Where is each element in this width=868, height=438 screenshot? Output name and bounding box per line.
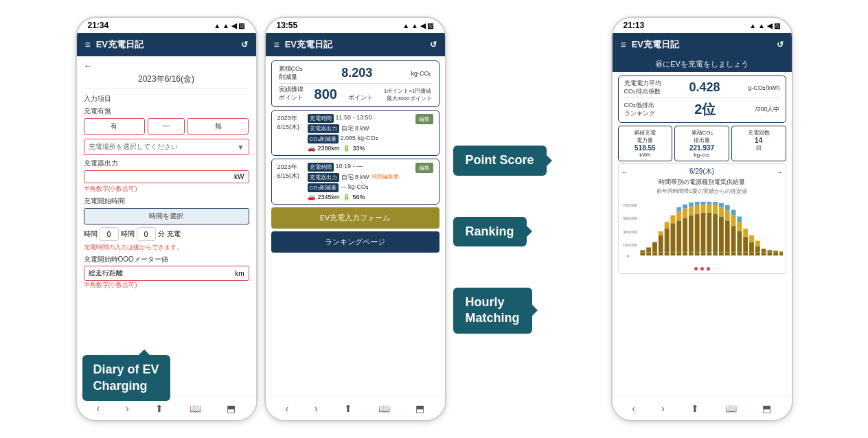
entry-date-2: 2023年 6/15(木) [277, 163, 304, 200]
nav-book-1[interactable]: 📖 [190, 403, 201, 414]
location-select[interactable]: 充電場所を選択してください ▼ [84, 139, 249, 155]
menu-icon-3[interactable]: ≡ [621, 39, 626, 50]
svg-rect-43 [743, 229, 748, 237]
odometer-row: 総走行距離 km [84, 266, 249, 281]
co2-val-2: — kg-CO₂ [341, 183, 369, 192]
start-time-label: 充電開始時間 [84, 196, 249, 206]
rank-value: 2位 [694, 100, 716, 119]
menu-icon-2[interactable]: ≡ [274, 39, 279, 50]
nav-share-1[interactable]: ⬆ [155, 403, 163, 414]
svg-text:100,000: 100,000 [622, 244, 637, 248]
status-bar-2: 13:55 ▲ ▲ ◀ ▨ [266, 18, 445, 33]
app-header-2: ≡ EV充電日記 ↺ [266, 33, 445, 56]
dropdown-arrow: ▼ [238, 143, 244, 151]
nav-copy-3[interactable]: ⬒ [762, 403, 771, 414]
yes-btn[interactable]: 有 [84, 118, 146, 135]
phone2-content: 累積CO₂削減量 8.203 kg-CO₂ 実績獲得ポイント 800 ポイント … [266, 56, 445, 395]
app-header-1: ≡ EV充電日記 ↺ [77, 33, 256, 56]
edit-btn-1[interactable]: 編集 [415, 114, 433, 124]
meter-hint: 半角数字(小数点可) [84, 281, 249, 290]
menu-icon-1[interactable]: ≡ [85, 39, 91, 50]
nav-forward-1[interactable]: › [126, 403, 129, 414]
svg-rect-37 [707, 205, 711, 213]
svg-text:300,000: 300,000 [622, 230, 637, 234]
time-select-btn[interactable]: 時間を選択 [84, 208, 249, 224]
app-header-3: ≡ EV充電日記 ↺ [613, 33, 792, 56]
chart-nav: ← 6/29(木) → [621, 167, 783, 176]
p3-metrics: 累積充電電力量 518.55 kWh 累積CO₂排出量 221.937 kg-c… [618, 126, 786, 161]
chart-dots [621, 267, 783, 270]
svg-rect-55 [731, 210, 735, 216]
co2-unit: kg-CO₂ [411, 70, 431, 77]
mid-btn[interactable]: — [148, 118, 185, 135]
p3-stats-top: 充電電力平均CO₂排出係数 0.428 g-CO₂/kWh CO₂低排出ランキン… [618, 76, 786, 123]
co2-val-1: 2.085 kg-CO₂ [341, 135, 378, 143]
ranking-btn[interactable]: ランキングページ [271, 231, 439, 253]
min-box[interactable]: 0 [137, 227, 156, 241]
nav-back-3[interactable]: ‹ [632, 403, 635, 414]
co2-tag-1: CO₂削減量 [308, 135, 339, 143]
nav-share-2[interactable]: ⬆ [344, 403, 352, 414]
svg-rect-49 [694, 202, 699, 205]
chart-nav-forward[interactable]: → [776, 168, 783, 176]
output-label: 充電器出力 [84, 159, 249, 168]
svg-rect-18 [718, 217, 723, 256]
point-score-annotation: Point Score [453, 146, 547, 175]
entry-date-1: 2023年 6/15(木) [277, 114, 304, 152]
annotations-column: Point Score Ranking Hourly Matching [453, 104, 604, 334]
svg-rect-12 [683, 218, 687, 256]
output-input[interactable]: kW [84, 170, 249, 183]
svg-rect-20 [731, 227, 735, 256]
svg-rect-34 [688, 207, 693, 216]
points-unit: ポイント [348, 93, 373, 102]
svg-rect-47 [683, 205, 687, 209]
nav-back-1[interactable]: ‹ [96, 403, 100, 414]
diary-annotation: Diary of EV Charging [82, 355, 170, 401]
app-title-2: EV充電日記 [285, 38, 332, 51]
chart-title: 時間帯別の電源種別電気供給量 [621, 178, 783, 187]
svg-rect-56 [737, 217, 742, 222]
svg-rect-27 [773, 251, 778, 256]
hour-box[interactable]: 0 [100, 227, 119, 241]
nav-share-3[interactable]: ⬆ [691, 403, 699, 414]
nav-copy-2[interactable]: ⬒ [415, 403, 424, 414]
svg-text:500,000: 500,000 [622, 217, 637, 221]
svg-rect-42 [737, 222, 742, 232]
date-1: 2023年6/16(金) [84, 73, 249, 89]
hourly-chart: 700,000 500,000 300,000 100,000 0 [621, 198, 783, 263]
svg-rect-39 [718, 207, 723, 217]
input-label: 入力項目 [84, 94, 249, 104]
svg-rect-15 [700, 213, 705, 256]
no-btn[interactable]: 無 [187, 118, 249, 135]
nav-copy-1[interactable]: ⬒ [227, 403, 236, 414]
car-row-2: 🚗2345km🔋56% [308, 194, 411, 200]
refresh-icon-2[interactable]: ↺ [430, 40, 437, 49]
charge-label: 充電有無 [84, 106, 249, 116]
ev-form-btn[interactable]: EV充電入力フォーム [271, 207, 439, 229]
edit-btn-2[interactable]: 編集 [415, 163, 433, 173]
co2-label: 累積CO₂削減量 [279, 65, 304, 81]
nav-book-2[interactable]: 📖 [378, 403, 390, 414]
nav-back-2[interactable]: ‹ [285, 403, 288, 414]
nav-forward-3[interactable]: › [661, 403, 665, 414]
car-row-1: 🚗2380km🔋33% [308, 145, 411, 152]
location-placeholder: 充電場所を選択してください [89, 142, 178, 152]
avg-co2-unit: g-CO₂/kWh [748, 84, 779, 91]
svg-rect-52 [713, 202, 718, 205]
svg-rect-11 [676, 221, 681, 256]
output-hint: 半角数字(小数点可) [84, 185, 249, 194]
output-tag-1: 充電器出力 [308, 124, 339, 133]
nav-forward-2[interactable]: › [315, 403, 318, 414]
points-row: 実績獲得ポイント 800 ポイント 1ポイント=1円価値 最大3000ポイント [279, 86, 432, 102]
nav-book-3[interactable]: 📖 [725, 403, 737, 414]
svg-rect-24 [755, 246, 760, 256]
chart-nav-back[interactable]: ← [621, 168, 628, 176]
refresh-icon-1[interactable]: ↺ [241, 40, 248, 49]
svg-rect-36 [700, 205, 705, 213]
back-arrow-1[interactable]: ← [84, 60, 249, 71]
refresh-icon-3[interactable]: ↺ [777, 40, 784, 49]
svg-rect-48 [688, 203, 693, 207]
svg-rect-30 [664, 222, 669, 229]
dot-1 [694, 267, 698, 270]
phone1-wrapper: 21:34 ▲ ▲ ◀ ▨ ≡ EV充電日記 ↺ ← 2023年6/16(金) … [76, 16, 258, 422]
